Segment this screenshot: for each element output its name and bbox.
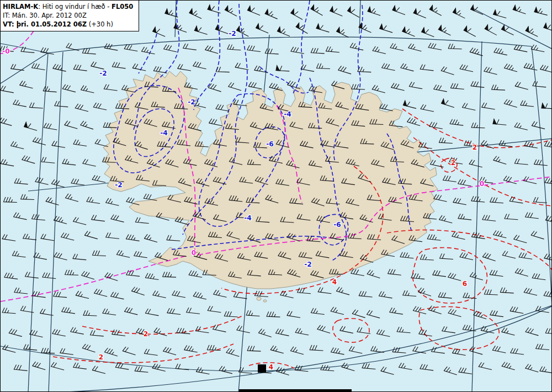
wind-barb (438, 292, 452, 298)
wind-barb (65, 120, 78, 129)
wind-barb (336, 287, 350, 295)
wind-barb (87, 197, 100, 204)
contour-label: -4 (244, 214, 251, 222)
wind-barb (105, 348, 119, 356)
wind-barb (105, 272, 119, 280)
wind-barb (247, 346, 261, 351)
wind-barb (73, 363, 87, 369)
wind-barb (444, 366, 458, 374)
wind-barb (103, 309, 116, 315)
wind-barb (471, 232, 485, 239)
wind-barb (134, 251, 148, 258)
wind-barb (420, 364, 434, 370)
wind-barb (493, 230, 507, 238)
wind-barb (214, 290, 227, 297)
wind-barb (342, 362, 355, 370)
wind-barb (81, 85, 95, 93)
wind-barb (193, 292, 207, 299)
wind-barb (492, 346, 506, 353)
wind-barb (104, 44, 118, 51)
wind-barb (73, 140, 87, 146)
wind-barb (22, 155, 36, 163)
wind-barb (482, 103, 496, 109)
wind-barb (514, 158, 528, 165)
wind-barb (448, 273, 462, 280)
wind-barb (41, 157, 55, 163)
wind-barb (421, 104, 434, 112)
wind-barb (542, 103, 552, 109)
wind-barb (514, 122, 528, 130)
wind-barb (32, 214, 46, 220)
wind-barb (380, 24, 394, 33)
wind-barb (111, 292, 125, 299)
wind-barb (511, 348, 524, 354)
wind-barb (270, 345, 284, 353)
wind-barb (469, 160, 483, 167)
wind-barb (371, 346, 385, 352)
contour-label: -6 (266, 140, 273, 148)
wind-barb (4, 273, 18, 279)
wind-barb (413, 8, 428, 18)
wind-barb (73, 254, 87, 260)
wind-barb (291, 47, 305, 54)
contour-label: 4 (332, 278, 337, 286)
wind-barb (429, 5, 443, 15)
wind-barb (326, 46, 339, 52)
wind-barb (442, 326, 456, 333)
wind-barb (126, 270, 140, 276)
wind-barb (501, 25, 516, 35)
wind-barb (490, 197, 504, 203)
wind-barb (317, 325, 331, 333)
wind-barb (438, 25, 453, 35)
wind-barb (265, 9, 279, 19)
wind-barb (382, 63, 396, 70)
wind-barb (144, 349, 158, 356)
wind-barb (403, 100, 417, 109)
wind-barb (471, 81, 485, 87)
wind-barb (237, 26, 251, 36)
wind-barb (65, 270, 78, 275)
wind-barb (340, 326, 354, 333)
wind-barb (41, 234, 55, 241)
wind-barb (534, 7, 548, 15)
wind-barb (277, 27, 291, 36)
wind-barb (545, 329, 552, 334)
wind-barb (400, 252, 414, 258)
contour-label: -2 (115, 181, 122, 189)
wind-barb (205, 45, 219, 54)
wind-barb (459, 367, 473, 374)
wind-barb (526, 327, 539, 336)
wind-barb (227, 45, 241, 50)
wind-barb (379, 292, 392, 298)
wind-barb (32, 63, 46, 70)
wind-barb (43, 273, 56, 279)
wind-barb (399, 363, 412, 370)
wind-barb (484, 290, 497, 295)
wind-barb (490, 310, 504, 317)
wind-barb (224, 311, 237, 317)
contour-label: -2 (304, 261, 311, 268)
level-label: FL050 (112, 3, 133, 10)
station-square-marker (258, 364, 266, 373)
wind-barb (526, 213, 539, 219)
wind-barb (14, 365, 28, 371)
wind-barb (92, 215, 105, 221)
wind-barb (164, 44, 178, 52)
wind-barb (280, 290, 294, 298)
wind-barb (247, 6, 262, 15)
wind-barb (443, 176, 457, 182)
wind-barb (440, 253, 454, 259)
wind-barb (493, 9, 508, 18)
valid-time-main: VT: þri. 01.05.2012 06Z (3, 20, 87, 28)
wind-barb (21, 194, 34, 199)
wind-barb (427, 234, 441, 240)
wind-barb (514, 235, 528, 243)
wind-barb (298, 288, 311, 293)
wind-barb (44, 123, 57, 130)
wind-barb (408, 43, 422, 51)
wind-barb (331, 347, 344, 354)
contour-label: -2 (188, 98, 195, 106)
wind-barb (46, 197, 60, 205)
wind-barb (276, 329, 290, 336)
wind-barb (54, 292, 67, 297)
